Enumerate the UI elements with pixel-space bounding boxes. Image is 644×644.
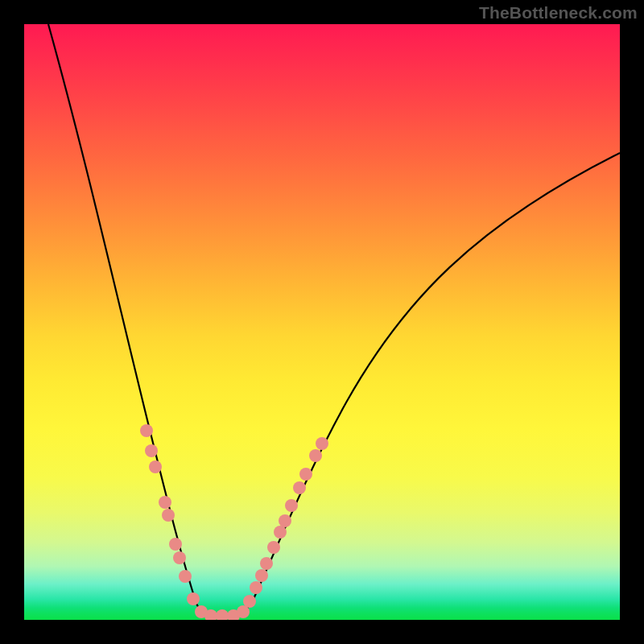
data-dot [149, 460, 162, 473]
data-dot [179, 570, 192, 583]
data-dot [279, 514, 291, 527]
data-dot [267, 541, 280, 554]
data-dot [285, 499, 298, 512]
chart-svg [24, 24, 620, 620]
data-dot [169, 538, 182, 551]
data-dot [173, 551, 186, 564]
dots-left-group [140, 424, 208, 618]
data-dot [260, 557, 273, 570]
data-dot [159, 496, 171, 509]
chart-frame: TheBottleneck.com [0, 0, 644, 644]
left-curve [48, 24, 232, 616]
data-dot [216, 609, 229, 620]
data-dot [162, 509, 175, 522]
data-dot [299, 468, 312, 481]
data-dot [309, 449, 322, 462]
right-curve [232, 153, 620, 616]
dots-bottom-group [204, 609, 240, 620]
data-dot [140, 424, 153, 437]
data-dot [187, 592, 200, 605]
data-dot [293, 481, 306, 494]
data-dot [250, 581, 262, 594]
data-dot [274, 526, 287, 539]
watermark-text: TheBottleneck.com [479, 3, 638, 23]
data-dot [243, 595, 256, 608]
data-dot [316, 437, 328, 450]
data-dot [255, 569, 268, 582]
plot-area [24, 24, 620, 620]
data-dot [145, 444, 158, 457]
